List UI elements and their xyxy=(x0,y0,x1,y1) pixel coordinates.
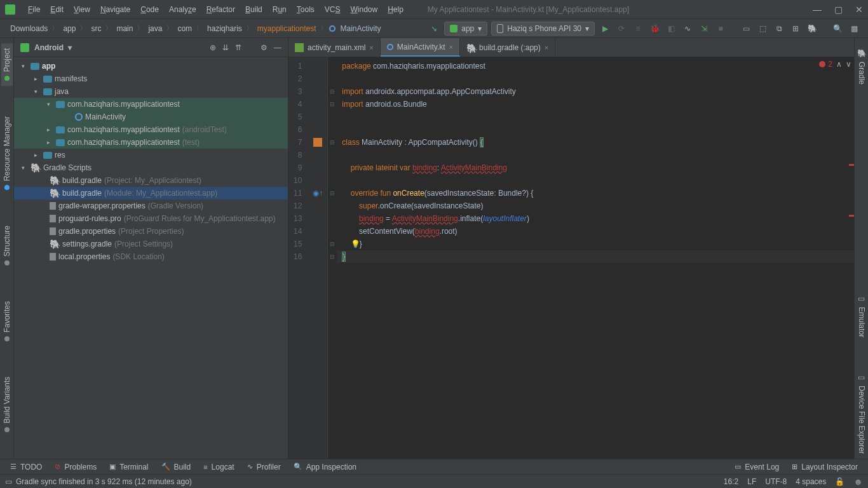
editor-tab-activity-main[interactable]: activity_main.xml× xyxy=(288,38,381,57)
error-marker[interactable] xyxy=(849,215,854,217)
tool-tab-logcat[interactable]: ≡Logcat xyxy=(198,460,239,474)
status-message[interactable]: ▭Gradle sync finished in 3 s 922 ms (12 … xyxy=(5,477,724,486)
fold-column[interactable]: ⊟⊟⊟⊟⊟⊟ xyxy=(328,57,337,459)
tree-node-package-test[interactable]: ▸com.haziqharis.myapplicationtest(test) xyxy=(14,136,288,149)
project-tree[interactable]: ▾app ▸manifests ▾java ▾com.haziqharis.my… xyxy=(14,57,288,459)
menu-analyze[interactable]: Analyze xyxy=(164,1,201,18)
tree-node-gradle-properties[interactable]: gradle.properties(Project Properties) xyxy=(14,225,288,238)
crumb-mainactivity[interactable]: MainActivity xyxy=(338,24,384,33)
caret-position[interactable]: 16:2 xyxy=(724,477,738,486)
file-encoding[interactable]: UTF-8 xyxy=(765,477,787,486)
crumb-package[interactable]: myapplicationtest xyxy=(255,24,319,33)
collapse-all-icon[interactable]: ⇈ xyxy=(235,43,241,52)
profiler-icon[interactable]: ∿ xyxy=(681,22,694,35)
sdk-manager-icon[interactable]: ⬚ xyxy=(756,22,769,35)
tree-node-gradle-wrapper[interactable]: gradle-wrapper.properties(Gradle Version… xyxy=(14,200,288,212)
crumb-com[interactable]: com xyxy=(175,24,194,33)
minimize-icon[interactable]: — xyxy=(813,4,822,15)
tree-node-manifests[interactable]: ▸manifests xyxy=(14,72,288,85)
crumb-haziqharis[interactable]: haziqharis xyxy=(205,24,245,33)
tree-node-build-gradle-project[interactable]: 🐘build.gradle(Project: My_Applicationtes… xyxy=(14,174,288,187)
tree-node-package-androidtest[interactable]: ▸com.haziqharis.myapplicationtest(androi… xyxy=(14,123,288,136)
crumb-java[interactable]: java xyxy=(146,24,165,33)
tool-tab-device-file-explorer[interactable]: ▭Device File Explorer xyxy=(856,368,867,459)
menu-run[interactable]: Run xyxy=(268,1,292,18)
code-editor[interactable]: 12345678910111213141516 ◉↑ ⊟⊟⊟⊟⊟⊟ packag… xyxy=(288,57,854,459)
resource-manager-icon[interactable]: ⧉ xyxy=(773,22,785,35)
tree-node-package-main[interactable]: ▾com.haziqharis.myapplicationtest xyxy=(14,98,288,111)
error-stripe[interactable] xyxy=(848,57,854,459)
override-marker-icon[interactable]: ◉↑ xyxy=(308,187,327,200)
expand-all-icon[interactable]: ⇊ xyxy=(222,43,229,52)
select-opened-file-icon[interactable]: ⊕ xyxy=(210,43,216,52)
tool-tab-app-inspection[interactable]: 🔍App Inspection xyxy=(288,460,362,474)
editor-tab-build-gradle[interactable]: 🐘build.gradle (:app)× xyxy=(460,38,555,57)
tool-tab-project[interactable]: Project xyxy=(1,43,13,86)
tree-node-java[interactable]: ▾java xyxy=(14,85,288,98)
menu-view[interactable]: View xyxy=(69,1,95,18)
indent-settings[interactable]: 4 spaces xyxy=(796,477,826,486)
error-marker[interactable] xyxy=(849,164,854,166)
tree-node-local-properties[interactable]: local.properties(SDK Location) xyxy=(14,250,288,263)
menu-refactor[interactable]: Refactor xyxy=(201,1,240,18)
tree-node-build-gradle-app[interactable]: 🐘build.gradle(Module: My_Applicationtest… xyxy=(14,187,288,200)
menu-code[interactable]: Code xyxy=(135,1,164,18)
tool-tab-emulator[interactable]: ▭Emulator xyxy=(856,289,867,342)
avd-manager-icon[interactable]: ▭ xyxy=(740,22,752,35)
tool-tab-favorites[interactable]: Favorites xyxy=(1,296,13,346)
tree-node-gradle-scripts[interactable]: ▾🐘Gradle Scripts xyxy=(14,161,288,174)
settings-toolbar-icon[interactable]: ▦ xyxy=(848,22,860,35)
tree-node-settings-gradle[interactable]: 🐘settings.gradle(Project Settings) xyxy=(14,238,288,250)
tool-tab-structure[interactable]: Structure xyxy=(1,220,13,271)
device-selector[interactable]: Haziq s Phone API 30 ▾ xyxy=(491,22,595,36)
close-icon[interactable]: ✕ xyxy=(855,4,863,15)
tool-tab-gradle[interactable]: 🐘Gradle xyxy=(856,43,867,90)
tool-tab-event-log[interactable]: ▭Event Log xyxy=(729,460,784,474)
tool-tab-build-variants[interactable]: Build Variants xyxy=(1,372,13,437)
inspection-widget[interactable]: 2 ∧ ∨ xyxy=(819,60,851,69)
menu-vcs[interactable]: VCS xyxy=(320,1,346,18)
tool-tab-todo[interactable]: ☰TODO xyxy=(5,460,47,474)
gradle-icon[interactable]: 🐘 xyxy=(806,22,818,35)
tool-tab-resource-manager[interactable]: Resource Manager xyxy=(1,111,13,195)
code-content[interactable]: package com.haziqharis.myapplicationtest… xyxy=(337,57,854,459)
close-tab-icon[interactable]: × xyxy=(545,44,548,51)
menu-window[interactable]: Window xyxy=(345,1,383,18)
project-view-selector[interactable]: Android ▾ xyxy=(34,43,210,52)
attach-debugger-icon[interactable]: ⇲ xyxy=(698,22,710,35)
menu-build[interactable]: Build xyxy=(240,1,268,18)
readonly-toggle-icon[interactable]: 🔓 xyxy=(835,477,844,486)
menu-tools[interactable]: Tools xyxy=(292,1,320,18)
crumb-main[interactable]: main xyxy=(114,24,135,33)
line-separator[interactable]: LF xyxy=(747,477,756,486)
tree-node-mainactivity[interactable]: MainActivity xyxy=(14,111,288,123)
crumb-downloads[interactable]: Downloads xyxy=(8,24,50,33)
menu-edit[interactable]: Edit xyxy=(45,1,69,18)
close-tab-icon[interactable]: × xyxy=(449,43,453,51)
tree-node-proguard[interactable]: proguard-rules.pro(ProGuard Rules for My… xyxy=(14,212,288,225)
tree-node-app[interactable]: ▾app xyxy=(14,60,288,72)
class-icon[interactable] xyxy=(313,138,322,147)
tool-tab-terminal[interactable]: ▣Terminal xyxy=(104,460,153,474)
tool-tab-profiler[interactable]: ∿Profiler xyxy=(242,460,286,474)
tool-tab-build[interactable]: 🔨Build xyxy=(156,460,196,474)
crumb-app[interactable]: app xyxy=(60,24,78,33)
debug-icon[interactable]: 🐞 xyxy=(648,22,661,35)
tool-tab-problems[interactable]: ⊘Problems xyxy=(50,460,102,474)
editor-tab-mainactivity[interactable]: MainActivity.kt× xyxy=(381,38,460,57)
menu-navigate[interactable]: Navigate xyxy=(95,1,135,18)
apply-code-changes-icon[interactable]: ≡ xyxy=(632,22,644,35)
search-everywhere-icon[interactable]: 🔍 xyxy=(831,22,844,35)
crumb-src[interactable]: src xyxy=(88,24,104,33)
settings-icon[interactable]: ⚙ xyxy=(261,43,268,52)
layout-inspector-icon[interactable]: ⊞ xyxy=(789,22,802,35)
ide-feedback-icon[interactable]: ☻ xyxy=(853,477,863,487)
close-tab-icon[interactable]: × xyxy=(369,44,373,51)
tree-node-res[interactable]: ▸res xyxy=(14,149,288,161)
menu-help[interactable]: Help xyxy=(383,1,409,18)
maximize-icon[interactable]: ▢ xyxy=(834,4,843,15)
hide-panel-icon[interactable]: — xyxy=(274,43,281,52)
prev-highlighted-icon[interactable]: ∧ xyxy=(836,60,842,69)
coverage-icon[interactable]: ◧ xyxy=(665,22,677,35)
tool-tab-layout-inspector[interactable]: ⊞Layout Inspector xyxy=(787,460,863,474)
